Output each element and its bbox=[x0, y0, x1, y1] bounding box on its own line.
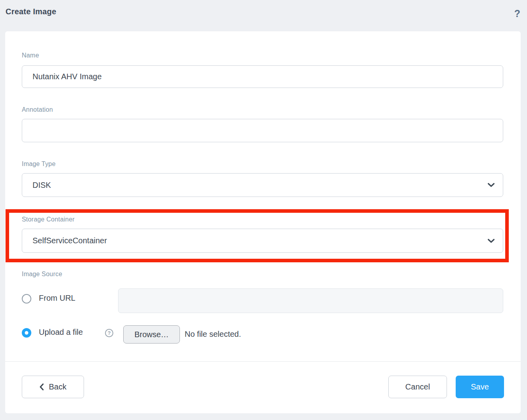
footer-divider bbox=[5, 361, 521, 362]
name-input[interactable] bbox=[22, 65, 503, 88]
upload-file-label: Upload a file bbox=[39, 328, 83, 337]
storage-container-select[interactable]: SelfServiceContainer bbox=[22, 229, 503, 253]
chevron-left-icon bbox=[39, 383, 44, 391]
from-url-radio[interactable] bbox=[22, 294, 31, 304]
save-button[interactable]: Save bbox=[456, 376, 504, 398]
help-icon[interactable]: ? bbox=[514, 9, 520, 19]
back-button-label: Back bbox=[49, 382, 66, 391]
image-type-label: Image Type bbox=[22, 160, 55, 168]
storage-container-label: Storage Container bbox=[22, 216, 74, 223]
browse-button[interactable]: Browse… bbox=[123, 325, 180, 344]
annotation-label: Annotation bbox=[22, 106, 53, 113]
chevron-down-icon bbox=[487, 183, 495, 187]
upload-help-icon[interactable]: ? bbox=[105, 329, 113, 337]
back-button[interactable]: Back bbox=[22, 376, 84, 398]
file-status-text: No file selected. bbox=[185, 330, 241, 339]
storage-container-value: SelfServiceContainer bbox=[32, 236, 107, 245]
url-input[interactable] bbox=[118, 288, 503, 313]
image-type-select[interactable]: DISK bbox=[22, 173, 503, 197]
name-label: Name bbox=[22, 52, 39, 59]
page-title: Create Image bbox=[6, 7, 56, 16]
image-source-label: Image Source bbox=[22, 271, 62, 278]
chevron-down-icon bbox=[487, 239, 495, 243]
create-image-dialog: Name Annotation Image Type DISK Storage … bbox=[5, 31, 521, 413]
from-url-label: From URL bbox=[39, 294, 75, 303]
image-type-value: DISK bbox=[32, 181, 51, 190]
cancel-button[interactable]: Cancel bbox=[388, 376, 447, 398]
annotation-input[interactable] bbox=[22, 119, 503, 142]
upload-file-radio[interactable] bbox=[22, 328, 31, 338]
